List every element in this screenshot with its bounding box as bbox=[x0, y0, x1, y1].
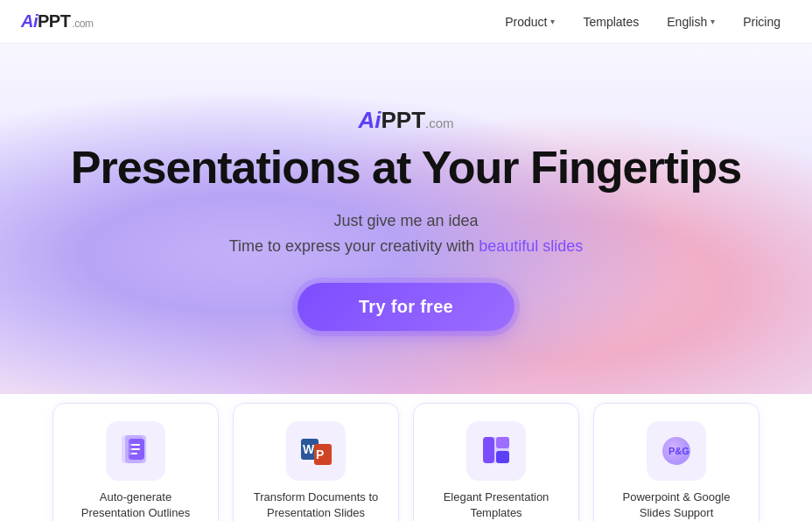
svg-text:P: P bbox=[316, 447, 324, 461]
nav-language-label: English bbox=[667, 15, 707, 29]
navbar-logo: AiPPT.com bbox=[21, 11, 93, 32]
svg-rect-6 bbox=[131, 453, 137, 454]
logo-ppt-part: PPT bbox=[38, 11, 70, 31]
hero-logo: AiPPT.com bbox=[358, 107, 453, 134]
navbar: AiPPT.com Product ▾ Templates English ▾ … bbox=[0, 0, 812, 44]
hero-logo-ai: Ai bbox=[358, 107, 381, 133]
nav-product[interactable]: Product ▾ bbox=[494, 10, 565, 34]
feature-label-documents: Transform Documents to Presentation Slid… bbox=[248, 489, 384, 521]
svg-text:W: W bbox=[303, 442, 315, 456]
nav-templates-label: Templates bbox=[583, 15, 639, 29]
pg-icon: P&G bbox=[647, 421, 706, 481]
svg-point-7 bbox=[128, 443, 131, 447]
logo-dotcom: .com bbox=[72, 18, 93, 30]
feature-card-templates: Elegant Presentation Templates bbox=[413, 403, 579, 521]
doc-icon: W P bbox=[286, 421, 346, 481]
features-section: Auto-generate Presentation Outlines W P … bbox=[0, 403, 812, 521]
nav-pricing-label: Pricing bbox=[743, 15, 780, 29]
hero-subtitle-line2-prefix: Time to express your creativity with bbox=[229, 237, 479, 255]
svg-rect-4 bbox=[131, 444, 140, 446]
svg-point-9 bbox=[128, 452, 131, 455]
try-for-free-button[interactable]: Try for free bbox=[298, 283, 514, 331]
hero-title: Presentations at Your Fingertips bbox=[71, 143, 741, 193]
outline-icon bbox=[106, 421, 165, 481]
feature-card-pg: P&G Powerpoint & Google Slides Support bbox=[593, 403, 760, 521]
navbar-nav: Product ▾ Templates English ▾ Pricing bbox=[494, 10, 791, 34]
hero-subtitle-highlight: beautiful slides bbox=[479, 237, 583, 255]
feature-card-documents: W P Transform Documents to Presentation … bbox=[233, 403, 399, 521]
feature-label-templates: Elegant Presentation Templates bbox=[428, 489, 564, 521]
hero-content: AiPPT.com Presentations at Your Fingerti… bbox=[71, 107, 741, 332]
hero-subtitle: Just give me an idea Time to express you… bbox=[229, 208, 584, 259]
svg-rect-15 bbox=[483, 437, 494, 463]
svg-point-8 bbox=[128, 447, 131, 451]
feature-label-outlines: Auto-generate Presentation Outlines bbox=[67, 489, 204, 521]
hero-logo-ppt: PPT bbox=[381, 107, 425, 133]
nav-product-label: Product bbox=[505, 15, 547, 29]
svg-text:P&G: P&G bbox=[668, 446, 690, 456]
svg-rect-16 bbox=[496, 437, 509, 448]
hero-logo-dotcom: .com bbox=[425, 116, 454, 130]
hero-section: AiPPT.com Presentations at Your Fingerti… bbox=[0, 44, 812, 394]
chevron-down-icon-lang: ▾ bbox=[710, 17, 715, 26]
nav-pricing[interactable]: Pricing bbox=[732, 10, 791, 34]
feature-card-outlines: Auto-generate Presentation Outlines bbox=[52, 403, 219, 521]
nav-language[interactable]: English ▾ bbox=[656, 10, 725, 34]
chevron-down-icon: ▾ bbox=[550, 17, 555, 26]
hero-subtitle-line1: Just give me an idea bbox=[333, 212, 478, 229]
logo-ai-part: Ai bbox=[21, 11, 38, 31]
feature-label-pg: Powerpoint & Google Slides Support bbox=[608, 489, 745, 521]
nav-templates[interactable]: Templates bbox=[572, 10, 649, 34]
template-icon bbox=[466, 421, 526, 481]
svg-rect-5 bbox=[131, 448, 140, 450]
svg-rect-17 bbox=[496, 451, 509, 463]
